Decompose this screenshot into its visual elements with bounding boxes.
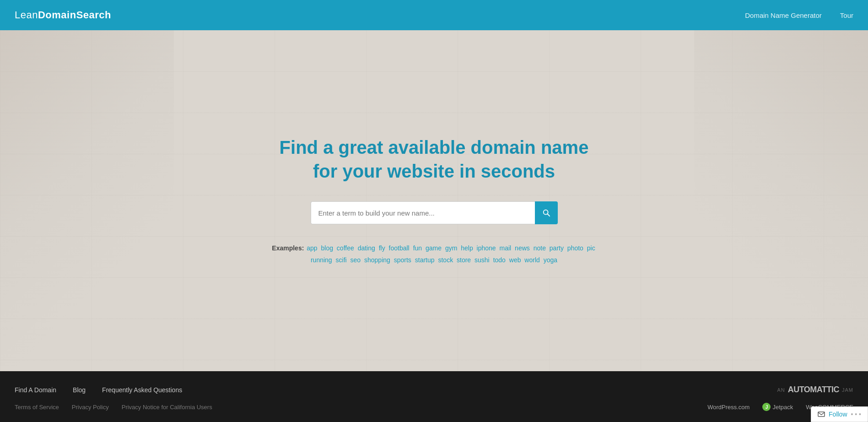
example-link-sushi[interactable]: sushi [474,256,490,264]
example-link-stock[interactable]: stock [438,256,453,264]
hero-decor-right [694,30,868,371]
footer-ca-privacy[interactable]: Privacy Notice for California Users [122,404,212,411]
example-link-help[interactable]: help [461,244,473,252]
example-link-iphone[interactable]: iphone [477,244,496,252]
footer-bottom: Terms of Service Privacy Policy Privacy … [15,403,853,411]
example-link-note[interactable]: note [534,244,546,252]
automattic-jam: JAM [842,387,853,393]
example-link-yoga[interactable]: yoga [544,256,557,264]
example-link-photo[interactable]: photo [567,244,583,252]
site-logo[interactable]: LeanDomainSearch [15,9,111,21]
footer-find-domain[interactable]: Find A Domain [15,386,56,394]
footer-top: Find A Domain Blog Frequently Asked Ques… [15,385,853,395]
footer-blog[interactable]: Blog [73,386,86,394]
example-link-store[interactable]: store [457,256,471,264]
logo-prefix: Lean [15,9,38,21]
nav-tour[interactable]: Tour [840,11,853,19]
svg-rect-2 [818,412,825,417]
footer-tos[interactable]: Terms of Service [15,404,59,411]
svg-line-1 [547,214,550,216]
search-row [270,201,599,224]
example-link-gym[interactable]: gym [445,244,457,252]
example-link-seo[interactable]: seo [350,256,361,264]
footer-nav-bottom: Terms of Service Privacy Policy Privacy … [15,404,212,411]
example-link-party[interactable]: party [550,244,564,252]
example-link-world[interactable]: world [524,256,539,264]
follow-icon [818,411,825,418]
example-link-football[interactable]: football [389,244,410,252]
example-link-todo[interactable]: todo [493,256,506,264]
search-input[interactable] [311,201,535,224]
example-link-game[interactable]: game [426,244,442,252]
jetpack-label: Jetpack [772,404,793,411]
site-header: LeanDomainSearch Domain Name Generator T… [0,0,868,30]
automattic-an: AN [777,387,785,393]
example-link-web[interactable]: web [509,256,521,264]
example-link-coffee[interactable]: coffee [337,244,354,252]
examples-row: Examples: app blog coffee dating fly foo… [270,243,599,265]
examples-label: Examples: [272,244,304,252]
example-link-shopping[interactable]: shopping [364,256,390,264]
follow-button-label: Follow [829,411,847,418]
example-link-fun[interactable]: fun [413,244,422,252]
example-link-fly[interactable]: fly [379,244,385,252]
example-link-mail[interactable]: mail [500,244,512,252]
nav-domain-generator[interactable]: Domain Name Generator [745,11,822,19]
hero-section: Find a great available domain name for y… [0,30,868,371]
brand-jetpack[interactable]: J Jetpack [762,403,793,411]
header-nav: Domain Name Generator Tour [745,11,853,19]
hero-title-line2: for your website in seconds [313,161,555,181]
hero-content: Find a great available domain name for y… [260,135,608,265]
footer-automattic: AN AUTOMATTIC JAM [777,385,853,395]
hero-title-line1: Find a great available domain name [280,137,589,157]
follow-dots: • • • [851,411,861,418]
footer-faq[interactable]: Frequently Asked Questions [102,386,182,394]
examples-links: app blog coffee dating fly football fun … [306,244,596,263]
jetpack-icon: J [762,403,771,411]
automattic-name: AUTOMATTIC [788,385,839,395]
search-icon [542,209,550,217]
example-link-blog[interactable]: blog [321,244,333,252]
hero-decor-left [0,30,174,371]
footer-nav-top: Find A Domain Blog Frequently Asked Ques… [15,386,182,394]
brand-wordpress[interactable]: WordPress.com [707,404,749,411]
search-button[interactable] [535,201,558,224]
example-link-running[interactable]: running [311,256,332,264]
example-link-dating[interactable]: dating [358,244,375,252]
hero-title: Find a great available domain name for y… [270,135,599,183]
example-link-app[interactable]: app [307,244,317,252]
footer-privacy[interactable]: Privacy Policy [72,404,109,411]
logo-bold: DomainSearch [38,9,111,21]
site-footer: Find A Domain Blog Frequently Asked Ques… [0,371,868,422]
example-link-scifi[interactable]: scifi [336,256,347,264]
example-link-sports[interactable]: sports [394,256,411,264]
example-link-pic[interactable]: pic [587,244,595,252]
example-link-startup[interactable]: startup [415,256,435,264]
example-link-news[interactable]: news [515,244,530,252]
follow-widget[interactable]: Follow • • • [811,406,868,422]
